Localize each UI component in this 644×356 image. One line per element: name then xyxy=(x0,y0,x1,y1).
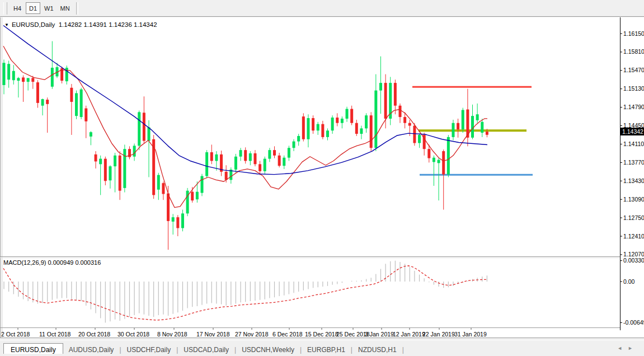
chart-canvas[interactable] xyxy=(0,17,644,338)
current-price-badge: 1.14342 xyxy=(621,128,644,135)
price-tick-label: 1.13770 xyxy=(623,159,644,166)
timeframe-mn-button[interactable]: MN xyxy=(58,2,73,14)
date-tick-label: 31 Jan 2019 xyxy=(454,331,487,338)
tab-scroll-left-icon[interactable]: ◄ xyxy=(617,345,628,351)
date-tick-label: 27 Nov 2018 xyxy=(235,331,269,338)
macd-tick-label: 0.003306 xyxy=(623,257,644,264)
price-tick-label: 1.13430 xyxy=(623,177,644,184)
date-tick-label: 11 Oct 2018 xyxy=(39,331,70,338)
date-tick-label: 8 Nov 2018 xyxy=(157,331,187,338)
toolbar-grip-icon xyxy=(3,2,7,15)
window-bottom-edge xyxy=(0,354,644,356)
date-tick-label: 20 Oct 2018 xyxy=(78,331,110,338)
chart-window[interactable]: ▼EURUSD,Daily 1.14282 1.14391 1.14236 1.… xyxy=(0,17,644,338)
price-tick-label: 1.15130 xyxy=(623,85,644,92)
macd-tick-label: -0.00649 xyxy=(623,319,644,326)
symbol-period-label: EURUSD,Daily xyxy=(12,21,55,28)
price-tick-label: 1.14110 xyxy=(623,140,644,147)
quote-low: 1.14236 xyxy=(109,21,132,28)
chart-tab-bar: EURUSD,DailyAUDUSD,Daily|USDCHF,Daily|US… xyxy=(0,340,644,354)
symbol-dropdown-icon[interactable]: ▼ xyxy=(4,22,9,27)
macd-indicator-label: MACD(12,26,9) 0.000949 0.000316 xyxy=(3,259,101,266)
timeframe-h4-button[interactable]: H4 xyxy=(10,2,25,14)
toolbar-separator xyxy=(76,2,78,15)
date-tick-label: 2 Oct 2018 xyxy=(1,331,30,338)
timeframe-toolbar: H4 D1 W1 MN xyxy=(0,0,644,17)
tab-scroll-right-icon[interactable]: ► xyxy=(628,345,638,351)
chart-frame xyxy=(0,17,644,338)
date-tick-label: 17 Nov 2018 xyxy=(196,331,230,338)
macd-signal-value: 0.000316 xyxy=(75,259,101,266)
macd-main-value: 0.000949 xyxy=(48,259,73,266)
quote-open: 1.14282 xyxy=(59,21,82,28)
price-tick-label: 1.15810 xyxy=(623,48,644,55)
price-tick-label: 1.15470 xyxy=(623,67,644,73)
date-tick-label: 6 Dec 2018 xyxy=(272,331,303,338)
date-tick-label: 22 Jan 2019 xyxy=(422,331,455,338)
quote-close: 1.14342 xyxy=(134,21,157,28)
date-tick-label: 12 Jan 2019 xyxy=(393,331,425,338)
price-tick-label: 1.12410 xyxy=(623,233,644,240)
quote-line: ▼EURUSD,Daily 1.14282 1.14391 1.14236 1.… xyxy=(4,21,157,28)
timeframe-d1-button[interactable]: D1 xyxy=(26,2,40,14)
date-tick-label: 15 Dec 2018 xyxy=(305,331,339,338)
macd-histogram xyxy=(4,261,487,323)
date-tick-label: 3 Jan 2019 xyxy=(365,331,394,338)
price-tick-label: 1.12750 xyxy=(623,214,644,221)
timeframe-w1-button[interactable]: W1 xyxy=(41,2,57,14)
quote-high: 1.14391 xyxy=(83,21,107,28)
price-tick-label: 1.13090 xyxy=(623,196,644,203)
macd-tick-label: 0.00 xyxy=(623,278,634,285)
candles-layer xyxy=(3,41,488,250)
price-tick-label: 1.16150 xyxy=(623,30,644,37)
date-tick-label: 30 Oct 2018 xyxy=(117,331,149,338)
price-tick-label: 1.14790 xyxy=(623,104,644,110)
